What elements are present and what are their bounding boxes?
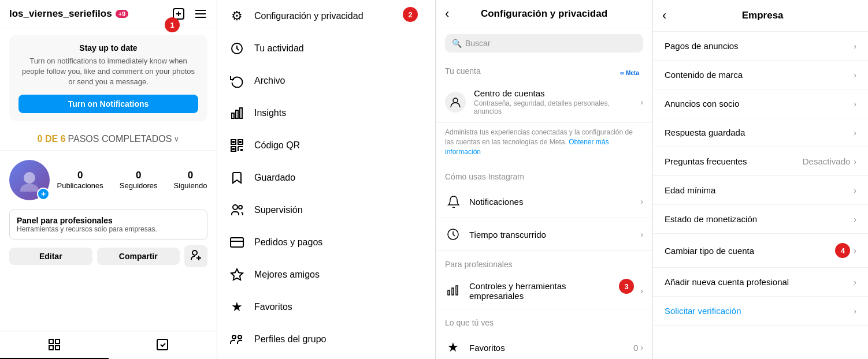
profile-tabs bbox=[0, 331, 217, 359]
qr-icon bbox=[229, 137, 245, 154]
menu-label-actividad: Tu actividad bbox=[254, 43, 304, 54]
search-box[interactable]: 🔍 Buscar bbox=[445, 34, 643, 53]
archivo-icon bbox=[229, 73, 245, 89]
section-tu-cuenta-label: Tu cuenta bbox=[445, 66, 481, 76]
annotation-3: 3 bbox=[619, 279, 634, 294]
anuncios-socio-right: › bbox=[854, 99, 856, 109]
stat-publicaciones-count: 0 bbox=[77, 170, 83, 181]
menu-label-guardado: Guardado bbox=[254, 173, 295, 183]
empresa-item-cambiar-tipo[interactable]: Cambiar tipo de cuenta 4 › bbox=[653, 234, 868, 268]
menu-item-qr[interactable]: Código QR bbox=[217, 129, 435, 162]
settings-panel: ‹ Configuración y privacidad 🔍 Buscar Tu… bbox=[436, 0, 653, 359]
settings-item-tiempo[interactable]: Tiempo transcurrido › bbox=[436, 218, 652, 251]
add-person-button[interactable] bbox=[184, 245, 207, 267]
stat-siguiendo-label: Siguiendo bbox=[174, 181, 207, 190]
preguntas-frecuentes-right: Desactivado › bbox=[803, 156, 856, 166]
favoritos-ves-chevron: › bbox=[640, 343, 643, 352]
menu-item-guardado[interactable]: Guardado bbox=[217, 162, 435, 194]
notification-box: Stay up to date Turn on notifications to… bbox=[9, 35, 207, 121]
empresa-item-nueva-cuenta[interactable]: Añadir nueva cuenta profesional › bbox=[653, 268, 868, 297]
tab-tagged[interactable] bbox=[109, 331, 217, 359]
stat-siguiendo: 0 Siguiendo bbox=[174, 170, 207, 190]
contenido-marca-chevron: › bbox=[854, 70, 856, 80]
turn-on-notifications-button[interactable]: Turn on Notifications bbox=[18, 95, 198, 113]
section-lo-que-ves-label: Lo que tú ves bbox=[445, 318, 494, 327]
edit-button[interactable]: Editar bbox=[9, 248, 92, 265]
nueva-cuenta-label: Añadir nueva cuenta profesional bbox=[665, 277, 789, 287]
menu-label-perfiles: Perfiles del grupo bbox=[254, 334, 327, 345]
chevron-down-icon: ∨ bbox=[174, 135, 179, 143]
menu-item-actividad[interactable]: Tu actividad bbox=[217, 32, 435, 65]
tiempo-left: Tiempo transcurrido bbox=[445, 226, 546, 242]
menu-label-supervision: Supervisión bbox=[254, 205, 303, 215]
centro-cuentas-icon bbox=[445, 92, 466, 113]
tab-grid[interactable] bbox=[0, 331, 109, 359]
svg-rect-40 bbox=[452, 288, 454, 295]
section-como-usas: Cómo usas Instagram bbox=[436, 163, 652, 185]
svg-point-35 bbox=[238, 335, 242, 339]
controles-left: Controles y herramientasempresariales bbox=[445, 281, 566, 301]
respuesta-guardada-label: Respuesta guardada bbox=[665, 128, 745, 137]
menu-item-insights[interactable]: Insights bbox=[217, 97, 435, 129]
centro-cuentas-text: Centro de cuentas Contraseña, seguridad,… bbox=[474, 88, 632, 115]
empresa-item-edad-minima[interactable]: Edad mínima › bbox=[653, 176, 868, 205]
stats-numbers: 0 Publicaciones 0 Seguidores 0 Siguiendo bbox=[57, 170, 207, 190]
profile-actions: Editar Compartir bbox=[0, 245, 217, 274]
menu-label-favoritos: Favoritos bbox=[254, 302, 292, 312]
chevron-right-icon: › bbox=[640, 98, 643, 107]
settings-item-centro-cuentas[interactable]: Centro de cuentas Contraseña, seguridad,… bbox=[436, 81, 652, 123]
menu-button[interactable] bbox=[194, 7, 207, 21]
favoritos-icon: ★ bbox=[229, 299, 245, 315]
empresa-item-contenido-marca[interactable]: Contenido de marca › bbox=[653, 61, 868, 89]
stat-publicaciones: 0 Publicaciones bbox=[57, 170, 103, 190]
notification-badge: +9 bbox=[116, 10, 129, 18]
verificacion-chevron: › bbox=[854, 306, 856, 316]
contenido-marca-right: › bbox=[854, 70, 856, 80]
menu-item-mejores[interactable]: Mejores amigos bbox=[217, 259, 435, 291]
actividad-icon bbox=[229, 40, 245, 57]
empresa-item-preguntas-frecuentes[interactable]: Preguntas frecuentes Desactivado › bbox=[653, 147, 868, 176]
empresa-item-anuncios-socio[interactable]: Anuncios con socio › bbox=[653, 89, 868, 118]
estado-monetizacion-label: Estado de monetización bbox=[665, 214, 757, 224]
menu-label-pedidos: Pedidos y pagos bbox=[254, 237, 322, 248]
controles-chevron: › bbox=[640, 286, 643, 296]
cambiar-tipo-label: Cambiar tipo de cuenta bbox=[665, 246, 754, 256]
empresa-item-respuesta-guardada[interactable]: Respuesta guardada › bbox=[653, 118, 868, 147]
svg-rect-13 bbox=[49, 346, 53, 350]
empresa-item-verificacion[interactable]: Solicitar verificación › bbox=[653, 297, 868, 326]
empresa-back-button[interactable]: ‹ bbox=[662, 8, 666, 23]
settings-item-notificaciones[interactable]: Notificaciones › bbox=[436, 185, 652, 218]
settings-item-controles[interactable]: Controles y herramientasempresariales › … bbox=[436, 273, 652, 309]
insights-icon bbox=[229, 105, 245, 121]
menu-item-supervision[interactable]: Supervisión bbox=[217, 194, 435, 226]
favoritos-ves-value: 0 bbox=[633, 343, 638, 353]
svg-point-7 bbox=[20, 184, 39, 192]
share-button[interactable]: Compartir bbox=[97, 248, 180, 265]
edad-minima-label: Edad mínima bbox=[665, 185, 715, 195]
guardado-icon bbox=[229, 170, 245, 186]
menu-item-archivo[interactable]: Archivo bbox=[217, 65, 435, 97]
centro-cuentas-title: Centro de cuentas bbox=[474, 88, 632, 98]
empresa-item-estado-monetizacion[interactable]: Estado de monetización › bbox=[653, 205, 868, 234]
empresa-item-pagos-anuncios[interactable]: Pagos de anuncios › bbox=[653, 32, 868, 61]
meta-logo: ∞ Meta bbox=[620, 69, 643, 76]
menu-item-configuracion[interactable]: ⚙ Configuración y privacidad 2 bbox=[217, 0, 435, 32]
menu-item-pedidos[interactable]: Pedidos y pagos bbox=[217, 226, 435, 259]
empresa-panel: ‹ Empresa Pagos de anuncios › Contenido … bbox=[653, 0, 868, 359]
stat-publicaciones-label: Publicaciones bbox=[57, 181, 103, 190]
menu-label-insights: Insights bbox=[254, 108, 286, 118]
stat-seguidores-label: Seguidores bbox=[120, 181, 158, 190]
steps-bar[interactable]: 0 DE 6 PASOS COMPLETADOS ∨ bbox=[0, 128, 217, 151]
settings-back-button[interactable]: ‹ bbox=[445, 6, 449, 21]
section-para-profesionales-label: Para profesionales bbox=[445, 260, 513, 269]
add-avatar-button[interactable]: + bbox=[37, 188, 50, 200]
settings-item-favoritos-ves[interactable]: ★ Favoritos 0 › bbox=[436, 331, 652, 359]
menu-item-favoritos[interactable]: ★ Favoritos bbox=[217, 291, 435, 323]
svg-rect-17 bbox=[232, 113, 234, 118]
section-tu-cuenta: Tu cuenta ∞ Meta bbox=[436, 58, 652, 81]
steps-completed: 0 DE 6 bbox=[38, 134, 66, 144]
menu-item-perfiles[interactable]: Perfiles del grupo bbox=[217, 323, 435, 356]
favoritos-ves-left: ★ Favoritos bbox=[445, 339, 505, 356]
svg-rect-25 bbox=[232, 148, 235, 150]
svg-rect-41 bbox=[456, 286, 458, 295]
